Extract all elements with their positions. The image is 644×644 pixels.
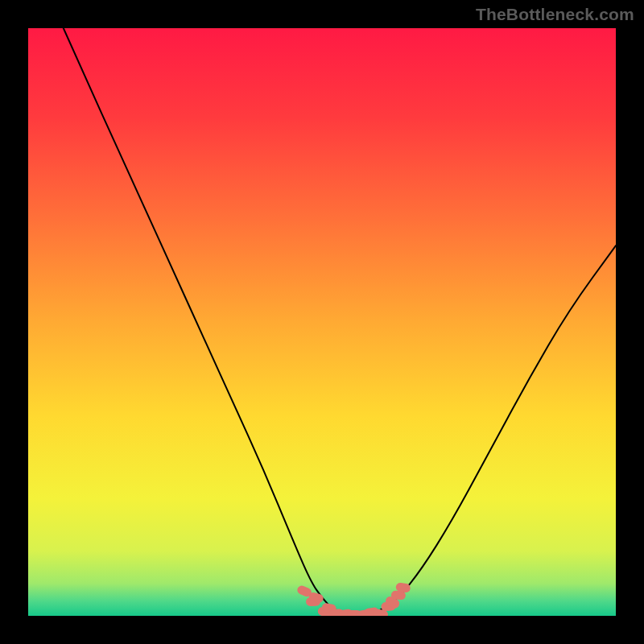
bottleneck-chart — [28, 28, 616, 616]
chart-frame: TheBottleneck.com — [0, 0, 644, 644]
gradient-background — [28, 28, 616, 616]
plot-area — [28, 28, 616, 616]
watermark-text: TheBottleneck.com — [476, 5, 634, 24]
